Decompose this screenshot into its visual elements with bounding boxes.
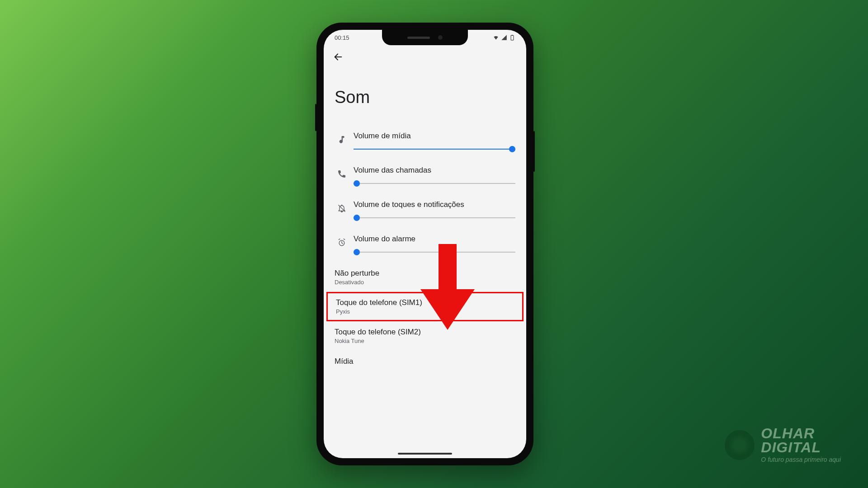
ring-volume-row: Volume de toques e notificações <box>324 194 526 228</box>
status-icons <box>493 34 515 41</box>
call-volume-row: Volume das chamadas <box>324 160 526 194</box>
media-volume-row: Volume de mídia <box>324 125 526 160</box>
media-item[interactable]: Mídia <box>324 351 526 372</box>
call-volume-slider[interactable] <box>354 179 515 188</box>
logo-mark-icon <box>725 430 755 460</box>
call-volume-label: Volume das chamadas <box>354 166 515 175</box>
home-indicator <box>398 453 452 455</box>
signal-icon <box>501 34 507 41</box>
logo-brand-line1: OLHAR <box>761 427 841 440</box>
branding-logo: OLHAR DIGITAL O futuro passa primeiro aq… <box>725 427 841 463</box>
alarm-clock-icon <box>337 238 346 247</box>
media-title: Mídia <box>335 357 515 366</box>
annotation-arrow-down-icon <box>420 244 475 334</box>
bell-off-icon <box>337 204 346 213</box>
app-bar <box>324 45 526 65</box>
ring-volume-label: Volume de toques e notificações <box>354 200 515 209</box>
battery-icon <box>509 34 515 41</box>
svg-rect-1 <box>512 35 513 35</box>
music-note-icon <box>337 135 346 144</box>
media-volume-slider[interactable] <box>354 145 515 153</box>
media-volume-label: Volume de mídia <box>354 131 515 141</box>
svg-rect-0 <box>511 35 514 40</box>
page-title: Som <box>324 65 526 125</box>
logo-tagline: O futuro passa primeiro aqui <box>761 456 841 463</box>
arrow-left-icon <box>333 52 343 62</box>
alarm-volume-label: Volume do alarme <box>354 235 515 244</box>
wifi-icon <box>493 34 499 41</box>
phone-icon <box>337 169 346 178</box>
sim2-subtitle: Nokia Tune <box>335 338 515 344</box>
status-time: 00:15 <box>335 34 349 41</box>
phone-notch <box>382 30 468 45</box>
back-button[interactable] <box>333 52 344 62</box>
logo-brand-line2: DIGITAL <box>761 441 841 454</box>
ring-volume-slider[interactable] <box>354 214 515 222</box>
